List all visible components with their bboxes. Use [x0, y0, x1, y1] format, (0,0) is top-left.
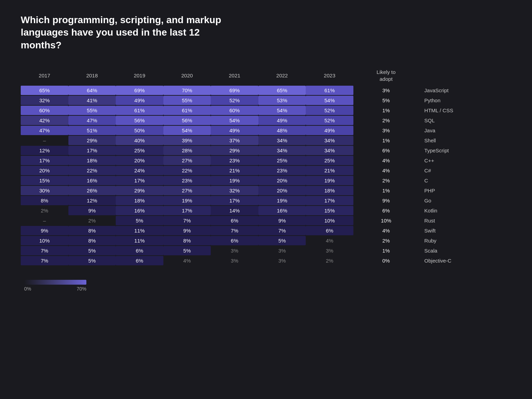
data-cell: 16% — [258, 206, 306, 215]
data-cell: 55% — [163, 96, 211, 105]
table-row: –2%5%7%6%9%10%10%Rust — [21, 216, 511, 225]
language-name: PHP — [419, 186, 511, 195]
language-name: Rust — [419, 216, 511, 225]
data-cell: 34% — [258, 146, 306, 155]
data-cell: 69% — [116, 86, 163, 95]
data-cell: 7% — [163, 216, 211, 225]
data-cell: 61% — [116, 106, 163, 115]
legend: 0% 70% — [21, 280, 511, 292]
year-header-2018: 2018 — [68, 66, 116, 85]
language-name: Scala — [419, 246, 511, 255]
data-cell: 19% — [211, 176, 258, 185]
data-cell: 19% — [258, 196, 306, 205]
table-row: –29%40%39%37%34%34%1%Shell — [21, 136, 511, 145]
data-cell: 23% — [258, 166, 306, 175]
table-row: 60%55%61%61%60%54%52%1%HTML / CSS — [21, 106, 511, 115]
table-row: 32%41%49%55%52%53%54%5%Python — [21, 96, 511, 105]
data-cell: 19% — [306, 176, 353, 185]
likely-cell: 10% — [353, 216, 419, 225]
data-cell: 47% — [21, 126, 68, 135]
language-name: Java — [419, 126, 511, 135]
language-name: TypeScript — [419, 146, 511, 155]
likely-cell: 3% — [353, 126, 419, 135]
data-cell: 2% — [68, 216, 116, 225]
language-name: C++ — [419, 156, 511, 165]
data-cell: 54% — [211, 116, 258, 125]
data-cell: 8% — [68, 236, 116, 245]
table-row: 17%18%20%27%23%25%25%4%C++ — [21, 156, 511, 165]
likely-cell: 3% — [353, 86, 419, 95]
table-row: 30%26%29%27%32%20%18%1%PHP — [21, 186, 511, 195]
table-row: 20%22%24%22%21%23%21%4%C# — [21, 166, 511, 175]
table-row: 42%47%56%56%54%49%52%2%SQL — [21, 116, 511, 125]
language-name: Kotlin — [419, 206, 511, 215]
likely-cell: 2% — [353, 116, 419, 125]
legend-max: 70% — [77, 286, 86, 292]
table-row: 7%5%6%4%3%3%2%0%Objective-C — [21, 256, 511, 265]
data-cell: 40% — [116, 136, 163, 145]
table-row: 10%8%11%8%6%5%4%2%Ruby — [21, 236, 511, 245]
data-cell: 37% — [211, 136, 258, 145]
data-cell: 4% — [163, 256, 211, 265]
data-cell: 8% — [163, 236, 211, 245]
data-cell: 61% — [163, 106, 211, 115]
data-cell: 17% — [116, 176, 163, 185]
data-cell: 2% — [21, 206, 68, 215]
data-cell: 3% — [258, 246, 306, 255]
data-cell: 17% — [68, 146, 116, 155]
language-name: Objective-C — [419, 256, 511, 265]
language-name: SQL — [419, 116, 511, 125]
likely-cell: 0% — [353, 256, 419, 265]
data-cell: 42% — [21, 116, 68, 125]
data-cell: 5% — [258, 236, 306, 245]
data-cell: 16% — [68, 176, 116, 185]
data-cell: 29% — [211, 146, 258, 155]
data-cell: 3% — [211, 246, 258, 255]
data-cell: 32% — [21, 96, 68, 105]
data-cell: 5% — [68, 246, 116, 255]
data-cell: 20% — [116, 156, 163, 165]
data-cell: 11% — [116, 236, 163, 245]
data-cell: 52% — [211, 96, 258, 105]
data-cell: 12% — [21, 146, 68, 155]
data-cell: 49% — [211, 126, 258, 135]
data-cell: 27% — [163, 156, 211, 165]
language-header — [419, 66, 511, 85]
language-name: Python — [419, 96, 511, 105]
data-cell: 3% — [258, 256, 306, 265]
likely-cell: 2% — [353, 176, 419, 185]
data-cell: 5% — [163, 246, 211, 255]
language-name: HTML / CSS — [419, 106, 511, 115]
data-cell: 7% — [211, 226, 258, 235]
data-cell: 15% — [21, 176, 68, 185]
data-cell: 10% — [21, 236, 68, 245]
table-row: 9%8%11%9%7%7%6%4%Swift — [21, 226, 511, 235]
data-cell: 26% — [68, 186, 116, 195]
data-cell: 49% — [116, 96, 163, 105]
likely-cell: 6% — [353, 206, 419, 215]
year-header-2023: 2023 — [306, 66, 353, 85]
data-cell: 17% — [306, 196, 353, 205]
year-header-2019: 2019 — [116, 66, 163, 85]
data-cell: 28% — [163, 146, 211, 155]
data-cell: 39% — [163, 136, 211, 145]
data-cell: 9% — [68, 206, 116, 215]
table-row: 8%12%18%19%17%19%17%9%Go — [21, 196, 511, 205]
data-cell: 25% — [306, 156, 353, 165]
data-cell: 9% — [258, 216, 306, 225]
likely-cell: 5% — [353, 96, 419, 105]
data-cell: 52% — [306, 106, 353, 115]
likely-cell: 4% — [353, 156, 419, 165]
data-cell: 6% — [116, 256, 163, 265]
likely-cell: 2% — [353, 236, 419, 245]
data-cell: 17% — [163, 206, 211, 215]
likely-cell: 4% — [353, 166, 419, 175]
data-cell: 22% — [163, 166, 211, 175]
data-cell: 11% — [116, 226, 163, 235]
legend-min: 0% — [24, 286, 31, 292]
likely-adopt-header: Likely toadopt — [353, 66, 419, 85]
data-cell: 61% — [306, 86, 353, 95]
data-cell: 18% — [306, 186, 353, 195]
data-cell: 51% — [68, 126, 116, 135]
data-cell: 34% — [258, 136, 306, 145]
